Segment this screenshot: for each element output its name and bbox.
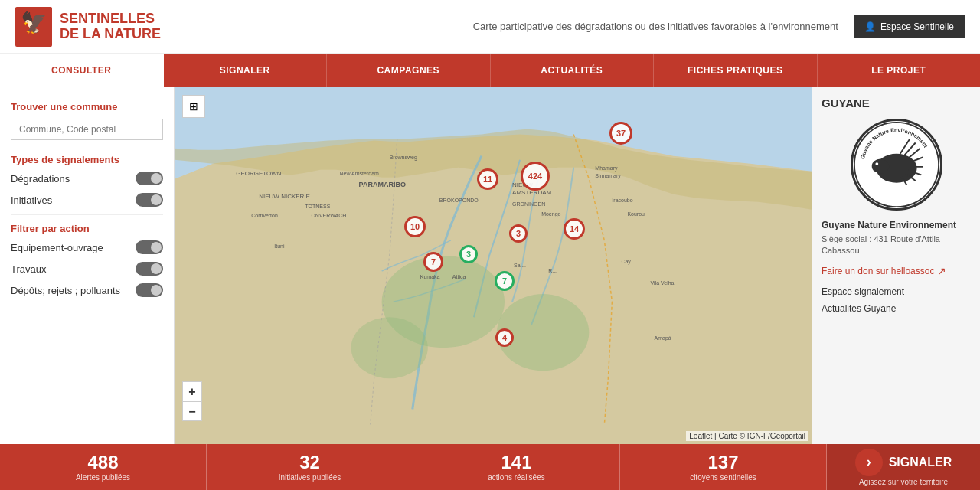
divider-1 [11, 214, 163, 215]
svg-text:New Amsterdam: New Amsterdam [340, 171, 380, 176]
svg-point-33 [875, 162, 878, 165]
svg-text:Sai...: Sai... [514, 263, 526, 268]
stat-actions: 141 actions réalisées [413, 444, 620, 490]
cluster-4[interactable]: 4 [495, 328, 514, 347]
zoom-in-btn[interactable]: + [182, 381, 202, 401]
signaler-btn-inner: › SIGNALER [855, 449, 952, 476]
stat-citoyens-label: citoyens sentinelles [690, 473, 756, 482]
cluster-424[interactable]: 424 [521, 162, 550, 191]
main-layout: Trouver une commune Types de signalement… [0, 87, 980, 444]
region-title: GUYANE [822, 96, 971, 109]
right-panel: GUYANE [812, 87, 980, 444]
svg-point-32 [871, 158, 889, 173]
stat-alertes: 488 Alertes publiées [0, 444, 207, 490]
svg-text:BROKOPONDO: BROKOPONDO [439, 198, 479, 203]
svg-text:Amapá: Amapá [655, 335, 671, 341]
sidebar: Trouver une commune Types de signalement… [0, 87, 175, 444]
stat-citoyens-number: 137 [707, 453, 738, 472]
svg-text:Iracoubo: Iracoubo [612, 198, 632, 203]
nav-actualites[interactable]: ACTUALITÉS [491, 54, 655, 87]
map-attribution: Leaflet | Carte © IGN-F/Geoportail [686, 431, 808, 441]
svg-text:Mhamary: Mhamary [595, 165, 618, 172]
svg-text:Brownsweg: Brownsweg [390, 155, 417, 161]
map-container[interactable]: NIEUW NICKERIE PARAMARIBO NIEUWAMSTERDAM… [175, 87, 812, 444]
signaler-button[interactable]: › SIGNALER Agissez sur votre territoire [827, 444, 980, 490]
filter-section-title: Filtrer par action [11, 223, 163, 234]
svg-text:TOTNESS: TOTNESS [305, 204, 330, 209]
stat-citoyens: 137 citoyens sentinelles [620, 444, 827, 490]
header-tagline: Carte participative des dégradations ou … [473, 21, 838, 32]
travaux-filter: Travaux [11, 262, 163, 276]
cluster-10[interactable]: 10 [404, 216, 426, 237]
cluster-14[interactable]: 14 [564, 218, 585, 240]
cluster-37[interactable]: 37 [609, 122, 632, 145]
svg-text:Kourou: Kourou [627, 211, 645, 217]
actualites-guyane-link[interactable]: Actualités Guyane [822, 300, 971, 317]
cluster-3g[interactable]: 3 [459, 245, 478, 263]
nav-projet[interactable]: LE PROJET [818, 54, 981, 87]
org-address: Siège social : 431 Route d'Attila-Cabass… [822, 234, 971, 257]
svg-text:Kumaka: Kumaka [420, 274, 440, 279]
logo-text-block: SENTINELLES DE LA NATURE [60, 11, 161, 42]
footer-stats: 488 Alertes publiées 32 Initiatives publ… [0, 444, 980, 490]
depots-filter: Dépôts; rejets ; polluants [11, 283, 163, 297]
signaler-arrow-icon: › [855, 449, 883, 476]
logo-area: 🦅 SENTINELLES DE LA NATURE [15, 7, 161, 47]
org-logo-circle: Guyane Nature Environnement [851, 119, 942, 211]
map-controls: ⊞ [182, 95, 205, 118]
svg-text:R...: R... [548, 268, 557, 273]
map-zoom: + − [182, 381, 202, 421]
stat-initiatives-label: Initiatives publiées [279, 473, 341, 482]
espace-btn-label: Espace Sentinelle [880, 21, 954, 32]
cluster-3a[interactable]: 3 [509, 224, 528, 243]
signaler-label: SIGNALER [889, 456, 952, 469]
equipement-toggle[interactable] [136, 240, 163, 254]
degradations-label: Dégradations [11, 173, 70, 185]
espace-btn[interactable]: 👤 Espace Sentinelle [854, 15, 965, 38]
equipement-filter: Equipement-ouvrage [11, 240, 163, 254]
espace-signalement-link[interactable]: Espace signalement [822, 283, 971, 300]
cluster-11[interactable]: 11 [477, 168, 498, 190]
org-logo-svg: Guyane Nature Environnement [853, 121, 940, 208]
equipement-label: Equipement-ouvrage [11, 242, 103, 253]
stat-initiatives-number: 32 [299, 453, 320, 472]
commune-input[interactable] [11, 119, 163, 140]
map-svg: NIEUW NICKERIE PARAMARIBO NIEUWAMSTERDAM… [175, 87, 812, 444]
initiatives-toggle[interactable] [136, 193, 163, 207]
org-name: Guyane Nature Environnement [822, 220, 971, 230]
stat-alertes-number: 488 [87, 453, 118, 472]
svg-text:Vila Velha: Vila Velha [650, 280, 674, 286]
initiatives-filter: Initiatives [11, 193, 163, 207]
nav-signaler[interactable]: SIGNALER [164, 54, 328, 87]
logo-icon: 🦅 [15, 7, 52, 47]
stat-initiatives: 32 Initiatives publiées [207, 444, 413, 490]
layer-btn[interactable]: ⊞ [182, 95, 205, 118]
depots-toggle[interactable] [136, 283, 163, 297]
svg-text:Cay...: Cay... [621, 259, 635, 265]
org-donation-label: Faire un don sur helloassoc [822, 266, 934, 276]
svg-point-5 [351, 317, 428, 378]
svg-text:🦅: 🦅 [21, 10, 47, 35]
cluster-7g[interactable]: 7 [495, 271, 514, 291]
commune-section-title: Trouver une commune [11, 101, 163, 113]
nav-fiches[interactable]: FICHES PRATIQUES [654, 54, 818, 87]
initiatives-label: Initiatives [11, 194, 52, 206]
org-donation-link[interactable]: Faire un don sur helloassoc ↗ [822, 265, 971, 277]
nav-consulter[interactable]: CONSULTER [0, 54, 164, 87]
travaux-label: Travaux [11, 263, 46, 275]
nav-campagnes[interactable]: CAMPAGNES [327, 54, 491, 87]
header: 🦅 SENTINELLES DE LA NATURE Carte partici… [0, 0, 980, 54]
svg-text:ONVERWACHT: ONVERWACHT [311, 213, 350, 218]
travaux-toggle[interactable] [136, 262, 163, 276]
org-logo: Guyane Nature Environnement [822, 119, 971, 211]
external-link-icon: ↗ [937, 265, 946, 277]
svg-text:PARAMARIBO: PARAMARIBO [359, 181, 406, 188]
zoom-out-btn[interactable]: − [182, 401, 202, 421]
depots-label: Dépôts; rejets ; polluants [11, 285, 120, 296]
cluster-7a[interactable]: 7 [423, 252, 443, 272]
stat-alertes-label: Alertes publiées [76, 473, 130, 482]
svg-text:Ituni: Ituni [274, 243, 285, 249]
svg-text:Corriverton: Corriverton [251, 213, 278, 218]
degradations-toggle[interactable] [136, 172, 163, 185]
logo-line1: SENTINELLES [60, 11, 161, 27]
